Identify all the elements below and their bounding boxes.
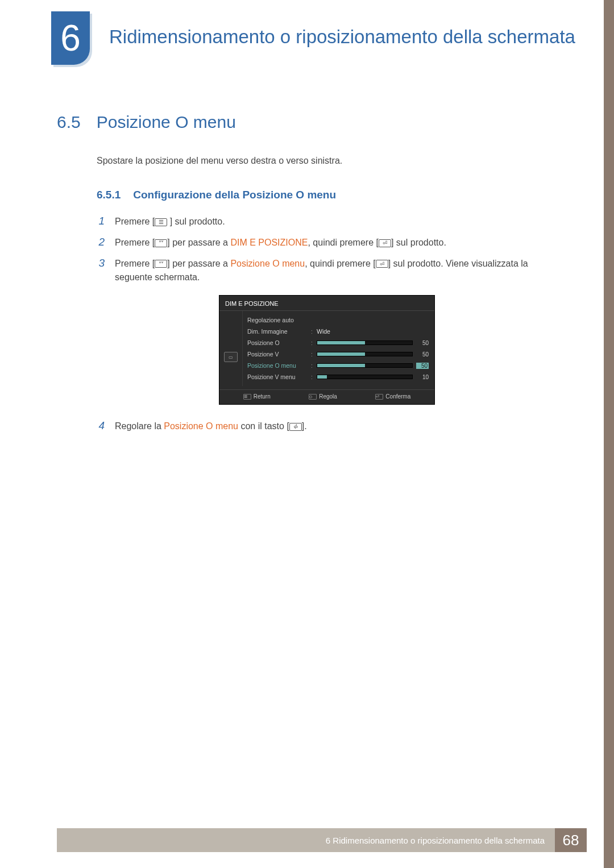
step-1: 1 Premere [ ] sul prodotto. [97, 215, 557, 229]
step-number: 4 [97, 420, 105, 432]
page-number: 68 [555, 828, 587, 852]
section-number: 6.5 [57, 113, 81, 132]
step-text: Premere [] per passare a Posizione O men… [115, 257, 557, 285]
enter-icon [376, 260, 388, 268]
subsection-number: 6.5.1 [97, 189, 121, 201]
osd-row: Regolazione auto [247, 314, 429, 326]
chapter-number: 6 [60, 17, 81, 59]
osd-row-label: Regolazione auto [247, 317, 311, 323]
osd-row-label: Posizione V [247, 351, 311, 358]
osd-slider-value: 10 [416, 374, 429, 380]
osd-slider-value: 50 [416, 340, 429, 346]
osd-row-value: Wide [317, 328, 330, 335]
osd-row-label: Posizione V menu [247, 373, 311, 380]
menu-icon [155, 218, 167, 226]
osd-panel: DIM E POSIZIONE ▭ Regolazione autoDim. I… [219, 295, 435, 405]
osd-slider-value: 50 [416, 363, 429, 369]
subsection-heading: 6.5.1 Configurazione della Posizione O m… [97, 189, 557, 201]
osd-row-label: Posizione O menu [247, 362, 311, 369]
step-number: 3 [97, 257, 105, 269]
osd-slider [317, 375, 413, 379]
page-content: 6.5 Posizione O menu Spostare la posizio… [0, 67, 614, 434]
osd-slider [317, 340, 413, 345]
up-down-icon [155, 260, 167, 268]
section-heading: 6.5 Posizione O menu [57, 113, 557, 132]
step-text: Regolare la Posizione O menu con il tast… [115, 420, 307, 434]
step-text: Premere [] per passare a DIM E POSIZIONE… [115, 236, 446, 250]
osd-slider [317, 352, 413, 356]
osd-category-icon-column: ▭ [219, 311, 242, 386]
osd-slider [317, 363, 413, 368]
osd-slider-value: 50 [416, 351, 429, 358]
osd-screenshot: DIM E POSIZIONE ▭ Regolazione autoDim. I… [219, 295, 435, 405]
step-3: 3 Premere [] per passare a Posizione O m… [97, 257, 557, 285]
osd-row: Posizione V:50 [247, 348, 429, 360]
left-right-icon [289, 423, 302, 431]
size-position-icon: ▭ [224, 352, 238, 362]
page-header: 6 Ridimensionamento o riposizionamento d… [0, 0, 614, 67]
step-2: 2 Premere [] per passare a DIM E POSIZIO… [97, 236, 557, 250]
osd-row-label: Dim. Immagine [247, 328, 311, 335]
highlight-text: DIM E POSIZIONE [230, 238, 308, 247]
return-icon: ☰ [243, 394, 251, 400]
osd-footer: ☰Return ◇Regola ⏎Conferma [219, 389, 434, 400]
step-4: 4 Regolare la Posizione O menu con il ta… [97, 420, 557, 434]
highlight-text: Posizione O menu [230, 259, 305, 268]
enter-icon [379, 239, 391, 247]
osd-row: Posizione O:50 [247, 337, 429, 348]
osd-title: DIM E POSIZIONE [219, 296, 434, 311]
step-number: 2 [97, 236, 105, 248]
step-number: 1 [97, 215, 105, 227]
footer-chapter-label: 6 Ridimensionamento o riposizionamento d… [57, 828, 555, 852]
chapter-title: Ridimensionamento o riposizionamento del… [109, 11, 575, 48]
osd-footer-return: Return [254, 393, 271, 400]
up-down-icon [155, 239, 167, 247]
osd-row: Posizione O menu:50 [247, 360, 429, 371]
osd-row: Posizione V menu:10 [247, 371, 429, 383]
section-title: Posizione O menu [97, 113, 236, 132]
osd-rows: Regolazione autoDim. Immagine:WidePosizi… [242, 311, 434, 386]
section-intro: Spostare la posizione del menu verso des… [97, 156, 557, 166]
osd-row: Dim. Immagine:Wide [247, 326, 429, 337]
step-text: Premere [ ] sul prodotto. [115, 215, 225, 229]
highlight-text: Posizione O menu [164, 421, 238, 431]
osd-footer-regola: Regola [319, 393, 337, 400]
page-footer: 6 Ridimensionamento o riposizionamento d… [57, 828, 587, 852]
steps-list: 1 Premere [ ] sul prodotto. 2 Premere []… [97, 215, 557, 434]
subsection-title: Configurazione della Posizione O menu [133, 189, 336, 201]
confirm-icon: ⏎ [375, 394, 383, 400]
chapter-badge: 6 [51, 11, 92, 67]
osd-row-label: Posizione O [247, 339, 311, 346]
adjust-icon: ◇ [309, 394, 317, 400]
osd-footer-conferma: Conferma [385, 393, 410, 400]
side-tab [604, 0, 614, 868]
